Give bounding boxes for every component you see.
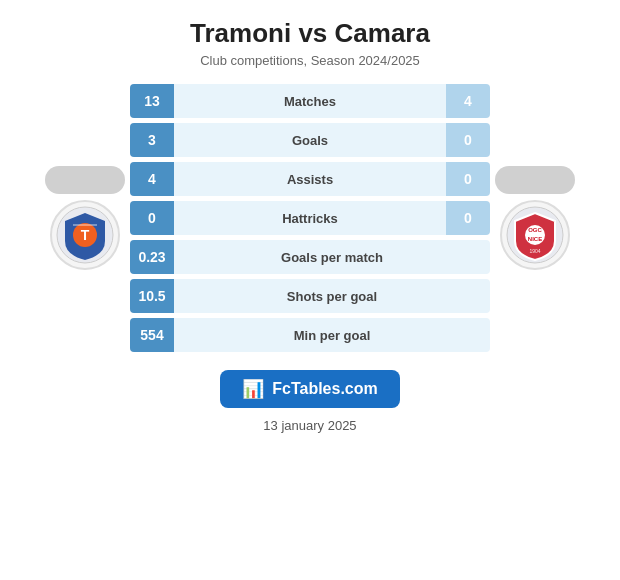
left-team-badge: T bbox=[55, 205, 115, 265]
matches-label: Matches bbox=[174, 84, 446, 118]
main-content: T 13 Matches 4 3 Goals 0 4 Assists 0 0 bbox=[0, 84, 620, 352]
assists-left-value: 4 bbox=[130, 162, 174, 196]
min-per-goal-label: Min per goal bbox=[174, 318, 490, 352]
left-logo-circle: T bbox=[50, 200, 120, 270]
stat-row-goals: 3 Goals 0 bbox=[130, 123, 490, 157]
watermark-label: FcTables.com bbox=[272, 380, 378, 398]
goals-left-value: 3 bbox=[130, 123, 174, 157]
right-logo-circle: OGC NICE 1904 bbox=[500, 200, 570, 270]
goals-per-match-label: Goals per match bbox=[174, 240, 490, 274]
shots-per-goal-label: Shots per goal bbox=[174, 279, 490, 313]
assists-label: Assists bbox=[174, 162, 446, 196]
goals-label: Goals bbox=[174, 123, 446, 157]
svg-text:OGC: OGC bbox=[528, 227, 542, 233]
hattricks-left-value: 0 bbox=[130, 201, 174, 235]
min-per-goal-value: 554 bbox=[130, 318, 174, 352]
stat-row-shots-per-goal: 10.5 Shots per goal bbox=[130, 279, 490, 313]
footer-date: 13 january 2025 bbox=[263, 418, 356, 433]
header: Tramoni vs Camara Club competitions, Sea… bbox=[180, 0, 440, 74]
left-placeholder bbox=[45, 166, 125, 194]
stat-row-min-per-goal: 554 Min per goal bbox=[130, 318, 490, 352]
goals-right-value: 0 bbox=[446, 123, 490, 157]
page-title: Tramoni vs Camara bbox=[190, 18, 430, 49]
assists-right-value: 0 bbox=[446, 162, 490, 196]
svg-text:NICE: NICE bbox=[528, 236, 542, 242]
watermark-icon: 📊 bbox=[242, 378, 264, 400]
stats-section: 13 Matches 4 3 Goals 0 4 Assists 0 0 Hat… bbox=[130, 84, 490, 352]
watermark-area: 📊 FcTables.com 13 january 2025 bbox=[220, 370, 400, 433]
matches-left-value: 13 bbox=[130, 84, 174, 118]
goals-per-match-value: 0.23 bbox=[130, 240, 174, 274]
stat-row-assists: 4 Assists 0 bbox=[130, 162, 490, 196]
right-team: OGC NICE 1904 bbox=[490, 166, 580, 270]
svg-text:T: T bbox=[81, 227, 90, 243]
right-team-badge: OGC NICE 1904 bbox=[505, 205, 565, 265]
subtitle: Club competitions, Season 2024/2025 bbox=[190, 53, 430, 68]
matches-right-value: 4 bbox=[446, 84, 490, 118]
stat-row-matches: 13 Matches 4 bbox=[130, 84, 490, 118]
left-team: T bbox=[40, 166, 130, 270]
svg-text:1904: 1904 bbox=[529, 248, 540, 254]
watermark-box: 📊 FcTables.com bbox=[220, 370, 400, 408]
hattricks-label: Hattricks bbox=[174, 201, 446, 235]
right-placeholder bbox=[495, 166, 575, 194]
stat-row-hattricks: 0 Hattricks 0 bbox=[130, 201, 490, 235]
hattricks-right-value: 0 bbox=[446, 201, 490, 235]
stat-row-goals-per-match: 0.23 Goals per match bbox=[130, 240, 490, 274]
shots-per-goal-value: 10.5 bbox=[130, 279, 174, 313]
